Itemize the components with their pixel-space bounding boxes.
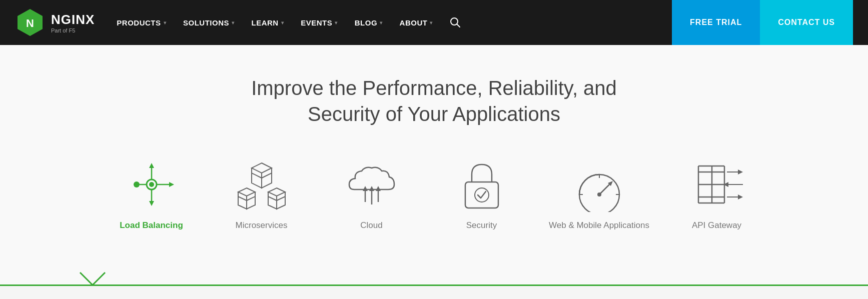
chevron-down-icon: ▾ — [430, 20, 433, 26]
feature-label: Cloud — [360, 220, 382, 231]
svg-line-44 — [599, 183, 611, 194]
svg-text:N: N — [26, 17, 34, 30]
svg-marker-18 — [262, 173, 272, 188]
svg-marker-24 — [247, 196, 255, 209]
feature-label: Web & Mobile Applications — [549, 220, 649, 231]
svg-marker-33 — [363, 186, 368, 191]
load-balancing-icon — [124, 157, 179, 212]
svg-marker-56 — [738, 170, 743, 174]
chevron-down-icon: ▾ — [380, 20, 383, 26]
feature-api-gateway[interactable]: API Gateway — [662, 152, 772, 236]
chevron-down-icon: ▾ — [335, 20, 338, 26]
nav-about[interactable]: ABOUT ▾ — [393, 14, 440, 31]
security-icon — [454, 157, 509, 212]
nav-events[interactable]: EVENTS ▾ — [294, 14, 345, 31]
svg-marker-14 — [252, 163, 272, 173]
bottom-divider — [0, 271, 868, 286]
chevron-down-icon: ▾ — [232, 20, 235, 26]
nav-solutions[interactable]: SOLUTIONS ▾ — [176, 14, 242, 31]
feature-label: Microservices — [236, 220, 288, 231]
svg-marker-25 — [238, 196, 247, 209]
navbar: N NGINX Part of F5 PRODUCTS ▾ SOLUTIONS … — [0, 0, 868, 45]
nav-products[interactable]: PRODUCTS ▾ — [110, 14, 173, 31]
feature-cloud[interactable]: Cloud — [317, 152, 427, 236]
svg-marker-19 — [252, 173, 262, 188]
search-icon[interactable] — [443, 13, 468, 32]
svg-line-3 — [457, 24, 460, 28]
brand-name: NGINX — [51, 12, 95, 28]
svg-marker-30 — [277, 196, 285, 209]
svg-marker-31 — [268, 196, 277, 209]
contact-us-button[interactable]: CONTACT US — [760, 0, 853, 45]
brand-subtitle: Part of F5 — [51, 28, 95, 34]
chevron-down-icon: ▾ — [164, 20, 167, 26]
nav-actions: FREE TRIAL CONTACT US — [672, 0, 853, 45]
svg-marker-7 — [169, 182, 174, 187]
feature-label: Security — [466, 220, 497, 231]
microservices-icon — [234, 157, 289, 212]
svg-marker-35 — [369, 186, 374, 191]
feature-label: API Gateway — [692, 220, 741, 231]
svg-marker-37 — [376, 186, 381, 191]
feature-security[interactable]: Security — [427, 152, 537, 236]
svg-marker-26 — [268, 188, 285, 196]
nav-links: PRODUCTS ▾ SOLUTIONS ▾ LEARN ▾ EVENTS ▾ … — [110, 13, 672, 32]
svg-point-8 — [134, 182, 140, 188]
svg-point-5 — [149, 182, 154, 187]
feature-microservices[interactable]: Microservices — [207, 152, 317, 236]
nav-learn[interactable]: LEARN ▾ — [245, 14, 291, 31]
api-gateway-icon — [689, 157, 744, 212]
features-row: Load Balancing — [20, 152, 848, 256]
nav-blog[interactable]: BLOG ▾ — [348, 14, 390, 31]
feature-load-balancing[interactable]: Load Balancing — [97, 152, 207, 236]
logo[interactable]: N NGINX Part of F5 — [15, 8, 95, 38]
svg-rect-38 — [465, 182, 498, 208]
chevron-indicator — [80, 271, 105, 286]
logo-hex: N — [15, 8, 45, 38]
svg-marker-13 — [149, 201, 154, 206]
hero-section: Improve the Performance, Reliability, an… — [0, 45, 868, 271]
svg-marker-20 — [238, 188, 255, 196]
svg-point-46 — [597, 192, 601, 196]
feature-web-mobile[interactable]: Web & Mobile Applications — [537, 152, 662, 236]
green-line — [0, 284, 868, 286]
logo-text: NGINX Part of F5 — [51, 12, 95, 34]
free-trial-button[interactable]: FREE TRIAL — [672, 0, 760, 45]
svg-marker-11 — [149, 163, 154, 168]
feature-label: Load Balancing — [120, 220, 183, 231]
svg-point-39 — [475, 188, 489, 202]
chevron-down-icon: ▾ — [281, 20, 284, 26]
hero-title: Improve the Performance, Reliability, an… — [209, 75, 659, 127]
web-mobile-icon — [572, 157, 627, 212]
svg-marker-60 — [738, 194, 743, 200]
cloud-icon — [344, 157, 399, 212]
